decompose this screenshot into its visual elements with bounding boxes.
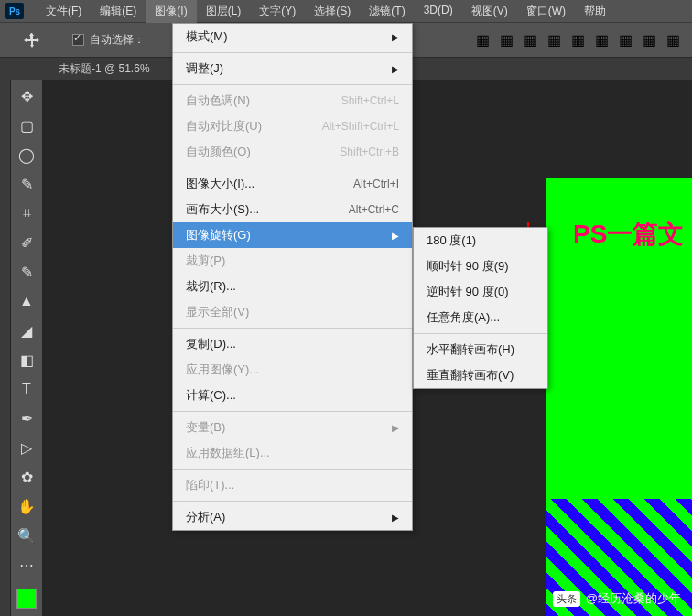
- menu-item-label: 调整(J): [186, 60, 223, 77]
- eyedropper-tool-icon[interactable]: ✐: [15, 232, 38, 254]
- shape-tool-icon[interactable]: ✿: [15, 466, 38, 488]
- brush-tool-icon[interactable]: ✎: [15, 261, 38, 283]
- align-btn[interactable]: ▦: [591, 30, 611, 50]
- menu-item-1[interactable]: 编辑(E): [91, 0, 146, 23]
- image-menu-dropdown: 模式(M)▶调整(J)▶自动色调(N)Shift+Ctrl+L自动对比度(U)A…: [172, 23, 413, 531]
- menu-item[interactable]: 图像大小(I)...Alt+Ctrl+I: [173, 171, 412, 197]
- menu-item-8[interactable]: 视图(V): [462, 0, 517, 23]
- menu-item-label: 模式(M): [186, 28, 228, 45]
- menu-item-3[interactable]: 图层(L): [197, 0, 251, 23]
- menu-shortcut: Alt+Shift+Ctrl+L: [322, 120, 399, 133]
- menu-item[interactable]: 模式(M)▶: [173, 24, 412, 49]
- path-select-tool-icon[interactable]: ▷: [15, 437, 38, 459]
- menubar: Ps 文件(F)编辑(E)图像(I)图层(L)文字(Y)选择(S)滤镜(T)3D…: [0, 0, 692, 23]
- gradient-tool-icon[interactable]: ◧: [15, 349, 38, 371]
- menu-item-2[interactable]: 图像(I): [146, 0, 196, 23]
- watermark-text: @经历沧桑的少年: [586, 590, 681, 607]
- menu-item-label: 应用数据组(L)...: [186, 445, 270, 461]
- menu-item-10[interactable]: 帮助: [575, 0, 615, 23]
- marquee-tool-icon[interactable]: ▢: [15, 114, 38, 136]
- menu-item-label: 裁切(R)...: [186, 278, 236, 295]
- menu-item-label: 图像大小(I)...: [186, 176, 254, 192]
- menu-item-label: 复制(D)...: [186, 336, 236, 352]
- menu-separator: [414, 333, 547, 334]
- image-rotation-submenu: 180 度(1)顺时针 90 度(9)逆时针 90 度(0)任意角度(A)...…: [413, 227, 548, 389]
- menu-item: 变量(B)▶: [173, 415, 412, 440]
- menu-shortcut: Shift+Ctrl+B: [340, 146, 399, 158]
- submenu-arrow-icon: ▶: [392, 513, 399, 523]
- submenu-arrow-icon: ▶: [392, 64, 399, 74]
- submenu-item[interactable]: 垂直翻转画布(V): [414, 362, 547, 388]
- menu-separator: [173, 52, 412, 53]
- submenu-item[interactable]: 水平翻转画布(H): [414, 337, 547, 362]
- menu-item: 陷印(T)...: [173, 472, 412, 498]
- menu-item: 自动色调(N)Shift+Ctrl+L: [173, 88, 412, 113]
- menu-separator: [173, 168, 412, 168]
- align-btn[interactable]: ▦: [663, 30, 683, 50]
- quick-select-tool-icon[interactable]: ✎: [15, 173, 38, 195]
- menu-item[interactable]: 裁切(R)...: [173, 274, 412, 299]
- align-buttons: ▦ ▦ ▦ ▦ ▦ ▦ ▦ ▦ ▦: [472, 30, 683, 50]
- foreground-color-swatch[interactable]: [16, 589, 37, 609]
- submenu-item[interactable]: 任意角度(A)...: [414, 305, 547, 330]
- pen-tool-icon[interactable]: ✒: [15, 407, 38, 429]
- menu-shortcut: Alt+Ctrl+C: [349, 203, 399, 216]
- menu-item-label: 应用图像(Y)...: [186, 362, 259, 378]
- menu-item: 自动颜色(O)Shift+Ctrl+B: [173, 139, 412, 165]
- align-btn[interactable]: ▦: [568, 30, 588, 50]
- menu-item-label: 自动色调(N): [186, 92, 250, 109]
- move-tool-icon[interactable]: [18, 28, 46, 52]
- menu-item-9[interactable]: 窗口(W): [517, 0, 575, 23]
- watermark-logo: 头条: [553, 591, 580, 607]
- document-tab[interactable]: 未标题-1 @ 51.6%: [51, 61, 157, 77]
- menu-item-label: 显示全部(V): [186, 304, 249, 320]
- submenu-item[interactable]: 顺时针 90 度(9): [414, 254, 547, 279]
- stamp-tool-icon[interactable]: ▲: [15, 290, 38, 312]
- auto-select-label: 自动选择：: [90, 32, 145, 48]
- submenu-item[interactable]: 逆时针 90 度(0): [414, 279, 547, 305]
- menu-item: 应用图像(Y)...: [173, 357, 412, 383]
- align-btn[interactable]: ▦: [615, 30, 635, 50]
- menu-item: 显示全部(V): [173, 299, 412, 325]
- menu-item-0[interactable]: 文件(F): [37, 0, 91, 23]
- align-btn[interactable]: ▦: [472, 30, 492, 50]
- watermark: 头条 @经历沧桑的少年: [553, 590, 681, 607]
- menu-item[interactable]: 调整(J)▶: [173, 56, 412, 81]
- lasso-tool-icon[interactable]: ◯: [15, 144, 38, 166]
- submenu-item[interactable]: 180 度(1): [414, 228, 547, 254]
- menu-item-7[interactable]: 3D(D): [415, 0, 462, 23]
- hand-tool-icon[interactable]: ✋: [15, 495, 38, 517]
- align-btn[interactable]: ▦: [544, 30, 564, 50]
- menu-item[interactable]: 计算(C)...: [173, 383, 412, 408]
- panel-collapse-strip[interactable]: [0, 80, 11, 616]
- menu-item-label: 图像旋转(G): [186, 227, 251, 243]
- menu-item-4[interactable]: 文字(Y): [250, 0, 305, 23]
- type-tool-icon[interactable]: T: [15, 378, 38, 400]
- menu-item-label: 变量(B): [186, 419, 225, 436]
- menu-item[interactable]: 画布大小(S)...Alt+Ctrl+C: [173, 197, 412, 222]
- menu-item-label: 陷印(T)...: [186, 477, 234, 493]
- menu-separator: [173, 84, 412, 85]
- align-btn[interactable]: ▦: [639, 30, 659, 50]
- menu-item[interactable]: 分析(A)▶: [173, 504, 412, 530]
- move-tool-icon[interactable]: ✥: [15, 85, 38, 107]
- submenu-arrow-icon: ▶: [392, 231, 399, 241]
- menu-item: 自动对比度(U)Alt+Shift+Ctrl+L: [173, 113, 412, 139]
- menu-item: 裁剪(P): [173, 248, 412, 274]
- align-btn[interactable]: ▦: [520, 30, 540, 50]
- auto-select-checkbox[interactable]: 自动选择：: [72, 32, 145, 48]
- menu-item-label: 分析(A): [186, 509, 225, 525]
- align-btn[interactable]: ▦: [496, 30, 516, 50]
- crop-tool-icon[interactable]: ⌗: [15, 202, 38, 224]
- zoom-tool-icon[interactable]: 🔍: [15, 524, 38, 546]
- menu-item-6[interactable]: 滤镜(T): [360, 0, 414, 23]
- menu-item-label: 自动对比度(U): [186, 118, 262, 135]
- eraser-tool-icon[interactable]: ◢: [15, 319, 38, 341]
- menu-item[interactable]: 图像旋转(G)▶: [173, 222, 412, 248]
- menu-item[interactable]: 复制(D)...: [173, 331, 412, 357]
- menu-item-5[interactable]: 选择(S): [305, 0, 360, 23]
- more-tools-icon[interactable]: ⋯: [15, 554, 38, 576]
- menu-item: 应用数据组(L)...: [173, 440, 412, 466]
- submenu-arrow-icon: ▶: [392, 423, 399, 433]
- menu-separator: [173, 411, 412, 412]
